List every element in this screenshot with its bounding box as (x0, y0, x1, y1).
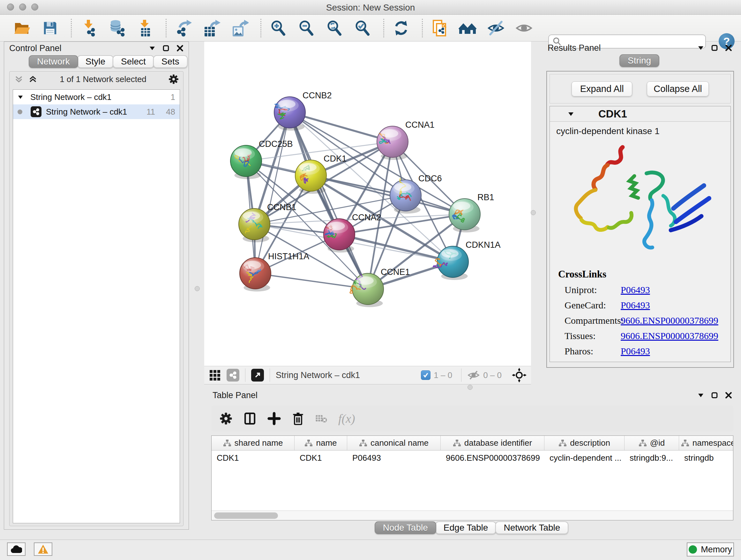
birds-eye-view-icon[interactable] (209, 369, 221, 381)
column-header-database-identifier[interactable]: database identifier (441, 436, 544, 450)
tab-style[interactable]: Style (77, 55, 114, 68)
zoom-selected-button[interactable] (353, 18, 373, 38)
table-cell[interactable]: cyclin-dependent ... (544, 450, 624, 465)
expand-all-networks-icon[interactable] (28, 75, 38, 84)
float-panel-icon[interactable] (162, 45, 170, 52)
export-image-button[interactable] (230, 18, 250, 38)
network-node-CDC6[interactable]: CDC6 (390, 174, 442, 213)
network-node-HIST1H1A[interactable]: HIST1H1A (240, 252, 309, 292)
close-panel-icon[interactable] (725, 392, 732, 399)
edge-CCNA2-CDKN1A[interactable] (339, 234, 453, 262)
fit-content-crosshair-icon[interactable] (512, 368, 527, 382)
refresh-view-button[interactable] (391, 18, 411, 38)
delete-table-icon[interactable] (315, 413, 327, 424)
cloud-status-button[interactable] (7, 543, 25, 556)
crosslink-link[interactable]: 9606.ENSP00000378699 (621, 315, 718, 326)
network-row[interactable]: String Network – cdk1 11 48 (13, 105, 180, 119)
export-network-button[interactable] (174, 18, 193, 38)
add-column-icon[interactable] (267, 412, 281, 425)
column-header-name[interactable]: name (294, 436, 347, 450)
table-cell[interactable]: stringdb:9... (624, 450, 679, 465)
table-row[interactable]: CDK1CDK1P064939606.ENSP00000378699cyclin… (212, 450, 733, 465)
import-network-file-button[interactable] (79, 18, 98, 38)
section-collapse-icon[interactable] (568, 111, 574, 117)
crosslink-link[interactable]: P06493 (621, 346, 650, 357)
float-panel-icon[interactable] (711, 392, 718, 399)
expand-all-button[interactable]: Expand All (571, 81, 632, 97)
table-cell[interactable]: P06493 (347, 450, 441, 465)
toolbar-separator (165, 19, 166, 37)
gene-section-header[interactable]: CDK1 (550, 106, 731, 122)
show-all-button[interactable] (514, 18, 534, 38)
tab-sets[interactable]: Sets (153, 55, 188, 68)
import-table-file-button[interactable] (135, 18, 155, 38)
edge-CCNB2-HIST1H1A[interactable] (255, 112, 290, 273)
save-session-button[interactable] (40, 18, 60, 38)
collapse-panel-icon[interactable] (697, 45, 704, 51)
zoom-fit-button[interactable] (325, 18, 344, 38)
scrollbar-thumb[interactable] (214, 512, 278, 519)
network-collection-row[interactable]: String Network – cdk1 1 (13, 90, 180, 105)
column-header-canonical-name[interactable]: canonical name (347, 436, 441, 450)
table-options-gear-icon[interactable] (219, 412, 232, 425)
crosslink-link[interactable]: P06493 (621, 300, 650, 311)
zoom-out-button[interactable] (296, 18, 316, 38)
network-view-canvas[interactable]: CCNB2CCNA1CDC25BCDK1CDC6RB1CCNB1CCNA2CDK… (204, 42, 531, 366)
tab-edge-table[interactable]: Edge Table (435, 521, 496, 534)
selected-items-checkbox[interactable] (421, 370, 430, 380)
zoom-in-button[interactable] (268, 18, 288, 38)
edge-HIST1H1A-CCNE1[interactable] (255, 273, 368, 289)
selected-node-edge-counts: 1 – 0 (434, 370, 452, 380)
crosslink-link[interactable]: P06493 (621, 285, 650, 295)
right-splitter-handle[interactable] (531, 210, 536, 215)
table-header-row: shared namenamecanonical namedatabase id… (212, 436, 733, 450)
collapse-all-networks-icon[interactable] (14, 75, 23, 84)
clone-network-button[interactable] (430, 18, 450, 38)
table-cell[interactable]: CDK1 (212, 450, 294, 465)
left-splitter-handle[interactable] (195, 286, 200, 291)
table-cell[interactable]: CDK1 (294, 450, 347, 465)
table-horizontal-scrollbar[interactable] (212, 510, 733, 520)
function-builder-icon[interactable]: f(x) (338, 412, 355, 426)
memory-status-button[interactable]: Memory (687, 543, 734, 557)
protein-network-graph[interactable]: CCNB2CCNA1CDC25BCDK1CDC6RB1CCNB1CCNA2CDK… (204, 42, 531, 366)
tab-string[interactable]: String (619, 54, 659, 67)
network-node-CDKN1A[interactable]: CDKN1A (433, 240, 500, 280)
column-header-shared-name[interactable]: shared name (212, 436, 294, 450)
export-table-button[interactable] (202, 18, 221, 38)
network-badge-icon[interactable] (226, 369, 239, 381)
zoom-fit-icon (326, 19, 343, 37)
network-status-dot (17, 110, 22, 114)
node-label-CDC6: CDC6 (418, 174, 442, 183)
crosslink-link[interactable]: 9606.ENSP00000378699 (621, 330, 718, 341)
table-cell[interactable]: stringdb (679, 450, 733, 465)
collapse-panel-icon[interactable] (149, 45, 155, 51)
tree-expand-icon[interactable] (17, 94, 23, 100)
collapse-all-button[interactable]: Collapse All (647, 81, 709, 97)
float-panel-icon[interactable] (711, 44, 718, 51)
warnings-button[interactable] (34, 543, 52, 556)
table-cell[interactable]: 9606.ENSP00000378699 (441, 450, 544, 465)
network-node-RB1[interactable]: RB1 (449, 192, 494, 233)
export-table-icon (203, 19, 220, 37)
delete-column-trash-icon[interactable] (292, 412, 305, 426)
column-header-description[interactable]: description (544, 436, 624, 450)
show-columns-icon[interactable] (243, 412, 257, 426)
edge-CCNB2-CCNE1[interactable] (290, 112, 368, 289)
tab-select[interactable]: Select (113, 55, 154, 68)
close-panel-icon[interactable] (725, 44, 732, 51)
tab-network[interactable]: Network (29, 55, 78, 68)
collapse-panel-icon[interactable] (697, 392, 704, 398)
hide-selected-button[interactable] (486, 18, 506, 38)
tab-network-table[interactable]: Network Table (495, 521, 568, 534)
tab-node-table[interactable]: Node Table (375, 521, 436, 534)
column-header-namespace[interactable]: namespace (679, 436, 733, 450)
open-session-button[interactable] (12, 18, 32, 38)
close-panel-icon[interactable] (177, 45, 184, 52)
column-header-at-id[interactable]: @id (624, 436, 679, 450)
import-network-database-button[interactable] (107, 18, 127, 38)
network-node-CCNA1[interactable]: CCNA1 (377, 120, 434, 160)
network-options-gear-icon[interactable] (169, 74, 179, 84)
open-in-new-window-icon[interactable] (251, 369, 264, 381)
string-query-button[interactable] (458, 18, 478, 38)
